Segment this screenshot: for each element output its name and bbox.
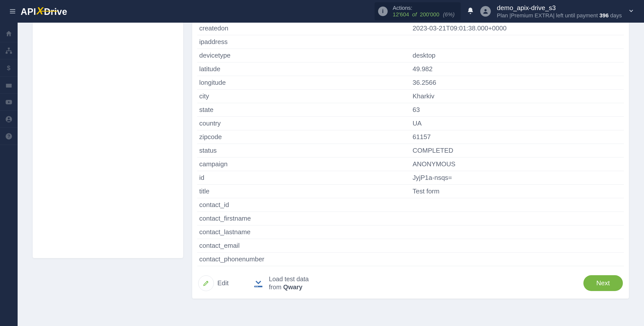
svg-rect-16 xyxy=(257,286,258,287)
sidebar-user-icon[interactable] xyxy=(0,111,18,128)
field-value: 63 xyxy=(411,103,624,117)
field-key: contact_lastname xyxy=(197,225,411,239)
table-row: longitude36.2566 xyxy=(197,76,624,90)
logo-underline xyxy=(40,11,57,12)
svg-rect-4 xyxy=(8,48,10,49)
field-value: JyjP1a-nsqs= xyxy=(411,171,624,185)
table-row: zipcode61157 xyxy=(197,130,624,144)
field-value xyxy=(411,212,624,225)
table-row: contact_email xyxy=(197,239,624,253)
field-key: contact_id xyxy=(197,198,411,212)
field-key: title xyxy=(197,185,411,198)
svg-text:$: $ xyxy=(7,64,11,71)
edit-label: Edit xyxy=(217,279,229,287)
logo-text-drive: Drive xyxy=(44,7,67,17)
svg-rect-5 xyxy=(6,52,8,54)
table-row: createdon2023-03-21T09:01:38.000+0000 xyxy=(197,22,624,35)
table-row: contact_id xyxy=(197,198,624,212)
load-test-label: Load test data from Qwary xyxy=(269,275,309,291)
top-header: APIXDrive i Actions: 12'604 of 200'000 (… xyxy=(0,0,644,23)
field-value xyxy=(411,253,624,266)
download-icon xyxy=(251,277,265,290)
plan-info: Plan |Premium EXTRA| left until payment … xyxy=(497,12,622,19)
actions-values: 12'604 of 200'000 (6%) xyxy=(393,11,455,18)
table-row: devicetypedesktop xyxy=(197,49,624,62)
field-key: createdon xyxy=(197,22,411,35)
table-row: titleTest form xyxy=(197,185,624,198)
table-row: ipaddress xyxy=(197,35,624,49)
field-key: campaign xyxy=(197,157,411,171)
table-row: contact_lastname xyxy=(197,225,624,239)
table-row: idJyjP1a-nsqs= xyxy=(197,171,624,185)
left-panel xyxy=(33,22,183,258)
field-value: desktop xyxy=(411,49,624,62)
field-value: 49.982 xyxy=(411,62,624,76)
field-key: city xyxy=(197,90,411,103)
sidebar-help-icon[interactable]: ? xyxy=(0,128,18,145)
app-logo[interactable]: APIXDrive xyxy=(21,6,67,17)
svg-rect-6 xyxy=(10,52,12,54)
field-key: zipcode xyxy=(197,130,411,144)
svg-text:?: ? xyxy=(8,134,10,139)
table-row: statusCOMPLETED xyxy=(197,144,624,157)
field-value: Kharkiv xyxy=(411,90,624,103)
panel-footer: Edit Load test data from Qwary Next xyxy=(197,275,624,291)
next-button[interactable]: Next xyxy=(583,275,623,291)
field-key: devicetype xyxy=(197,49,411,62)
field-value: UA xyxy=(411,117,624,130)
field-key: contact_phonenumber xyxy=(197,253,411,266)
field-key: id xyxy=(197,171,411,185)
info-icon: i xyxy=(378,7,388,16)
field-key: state xyxy=(197,103,411,117)
svg-rect-8 xyxy=(6,84,12,88)
field-value: 36.2566 xyxy=(411,76,624,90)
edit-button[interactable]: Edit xyxy=(198,275,229,291)
table-row: contact_firstname xyxy=(197,212,624,225)
bell-icon[interactable] xyxy=(467,7,474,16)
field-value xyxy=(411,198,624,212)
field-key: status xyxy=(197,144,411,157)
sidebar-briefcase-icon[interactable] xyxy=(0,76,18,94)
user-avatar-icon[interactable] xyxy=(480,6,491,17)
user-info[interactable]: demo_apix-drive_s3 Plan |Premium EXTRA| … xyxy=(497,4,622,19)
data-table: createdon2023-03-21T09:01:38.000+0000ipa… xyxy=(197,22,624,266)
table-row: cityKharkiv xyxy=(197,90,624,103)
chevron-down-icon[interactable] xyxy=(628,8,634,15)
field-value xyxy=(411,225,624,239)
actions-label: Actions: xyxy=(393,5,455,11)
field-value: ANONYMOUS xyxy=(411,157,624,171)
field-value xyxy=(411,35,624,49)
table-row: state63 xyxy=(197,103,624,117)
main-panel: createdon2023-03-21T09:01:38.000+0000ipa… xyxy=(192,22,629,299)
logo-text-api: API xyxy=(21,7,36,17)
field-value: Test form xyxy=(411,185,624,198)
field-value: 2023-03-21T09:01:38.000+0000 xyxy=(411,22,624,35)
field-key: contact_firstname xyxy=(197,212,411,225)
content-area: createdon2023-03-21T09:01:38.000+0000ipa… xyxy=(18,23,644,326)
pencil-icon xyxy=(198,275,214,291)
field-key: latitude xyxy=(197,62,411,76)
sidebar-home-icon[interactable] xyxy=(0,25,18,42)
field-value: 61157 xyxy=(411,130,624,144)
user-name: demo_apix-drive_s3 xyxy=(497,4,622,12)
sidebar-youtube-icon[interactable] xyxy=(0,94,18,111)
svg-rect-15 xyxy=(255,286,256,287)
sidebar-dollar-icon[interactable]: $ xyxy=(0,59,18,76)
load-test-data-button[interactable]: Load test data from Qwary xyxy=(251,275,309,291)
sidebar-sitemap-icon[interactable] xyxy=(0,42,18,59)
svg-point-3 xyxy=(485,9,487,11)
svg-point-12 xyxy=(8,117,10,119)
table-row: latitude49.982 xyxy=(197,62,624,76)
field-key: longitude xyxy=(197,76,411,90)
hamburger-menu-icon[interactable] xyxy=(7,0,18,23)
field-key: ipaddress xyxy=(197,35,411,49)
table-row: campaignANONYMOUS xyxy=(197,157,624,171)
left-sidebar: $ ? xyxy=(0,23,18,326)
field-key: contact_email xyxy=(197,239,411,253)
field-value xyxy=(411,239,624,253)
field-key: country xyxy=(197,117,411,130)
table-row: contact_phonenumber xyxy=(197,253,624,266)
table-row: countryUA xyxy=(197,117,624,130)
actions-counter[interactable]: i Actions: 12'604 of 200'000 (6%) xyxy=(375,2,461,21)
field-value: COMPLETED xyxy=(411,144,624,157)
